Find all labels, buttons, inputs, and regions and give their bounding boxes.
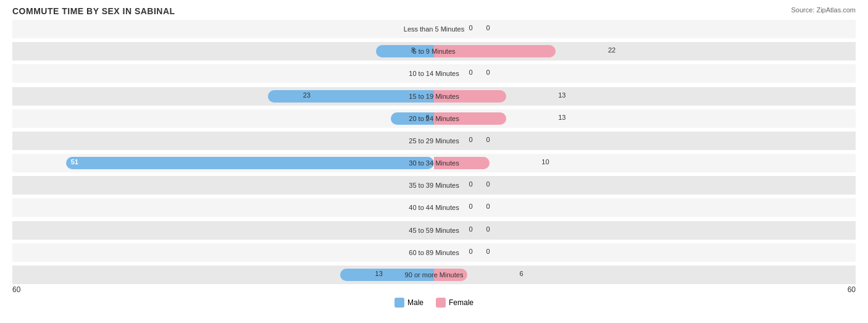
table-row: 25 to 29 Minutes00 (12, 132, 856, 150)
value-female: 0 (486, 225, 490, 233)
table-row: 60 to 89 Minutes00 (12, 243, 856, 262)
table-row: 10 to 14 Minutes00 (12, 64, 856, 83)
axis-left: 60 (12, 285, 20, 294)
table-row: 30 to 34 Minutes5110 (12, 154, 856, 172)
row-label: 10 to 14 Minutes (409, 70, 459, 77)
value-male: 6 (425, 114, 429, 121)
value-female: 0 (486, 69, 490, 76)
bar-female (434, 45, 556, 57)
chart-container: COMMUTE TIME BY SEX IN SABINAL Source: Z… (0, 0, 868, 323)
legend-female-box (436, 298, 446, 308)
bar-male (376, 45, 434, 57)
table-row: 90 or more Minutes136 (12, 266, 856, 284)
source-text: Source: ZipAtlas.com (791, 6, 856, 14)
value-female: 0 (486, 180, 490, 188)
row-label: 45 to 59 Minutes (409, 227, 459, 234)
value-male: 0 (469, 225, 473, 233)
legend: Male Female (12, 298, 856, 308)
value-female: 6 (519, 270, 523, 277)
value-female: 13 (558, 114, 565, 121)
row-label: 60 to 89 Minutes (409, 249, 459, 256)
value-male: 8 (411, 46, 415, 54)
value-male: 0 (469, 136, 473, 143)
row-label: 40 to 44 Minutes (409, 204, 459, 211)
value-male: 13 (375, 270, 383, 277)
bar-female (434, 90, 506, 103)
value-male-inline: 51 (71, 158, 78, 166)
value-male: 0 (469, 180, 473, 188)
value-female: 0 (486, 136, 490, 143)
table-row: 40 to 44 Minutes00 (12, 198, 856, 217)
legend-female-label: Female (449, 298, 474, 307)
legend-male: Male (394, 298, 424, 308)
table-row: Less than 5 Minutes00 (12, 20, 856, 38)
axis-right: 60 (848, 285, 856, 294)
chart-title: COMMUTE TIME BY SEX IN SABINAL (12, 6, 856, 16)
value-male: 23 (303, 91, 311, 99)
bar-male (268, 90, 434, 103)
table-row: 5 to 9 Minutes822 (12, 42, 856, 61)
bar-female (434, 269, 467, 281)
table-row: 45 to 59 Minutes00 (12, 221, 856, 240)
rows-area: Less than 5 Minutes005 to 9 Minutes82210… (12, 20, 856, 284)
value-female: 13 (558, 91, 565, 99)
value-male: 0 (469, 248, 473, 255)
legend-male-label: Male (407, 298, 424, 307)
row-label: Less than 5 Minutes (404, 25, 464, 33)
table-row: 35 to 39 Minutes00 (12, 176, 856, 195)
value-male: 0 (469, 69, 473, 76)
value-female: 22 (608, 46, 616, 54)
value-female: 0 (486, 24, 490, 31)
legend-male-box (394, 298, 404, 308)
value-female: 0 (486, 203, 490, 210)
bar-female (434, 112, 506, 125)
bar-male (340, 269, 434, 281)
value-male: 0 (469, 24, 473, 31)
value-male: 0 (469, 203, 473, 210)
bar-male: 51 (66, 157, 434, 169)
table-row: 15 to 19 Minutes2313 (12, 87, 856, 106)
table-row: 20 to 24 Minutes613 (12, 109, 856, 128)
legend-female: Female (436, 298, 474, 308)
axis-labels: 60 60 (12, 285, 856, 294)
row-label: 25 to 29 Minutes (409, 137, 459, 145)
value-female: 10 (541, 158, 549, 166)
value-female: 0 (486, 248, 490, 255)
bar-female (434, 157, 490, 169)
row-label: 35 to 39 Minutes (409, 182, 459, 189)
